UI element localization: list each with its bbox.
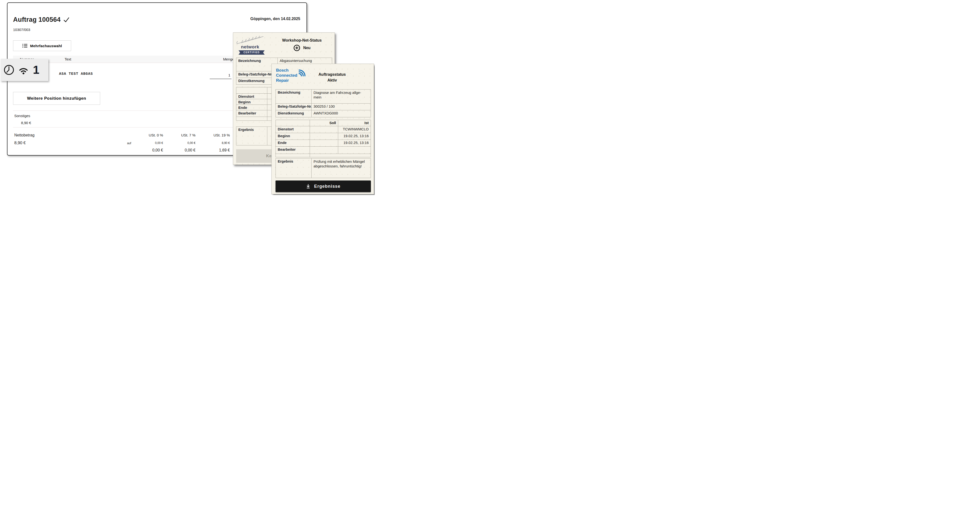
wheat-icon bbox=[236, 35, 267, 45]
row-label: Ende bbox=[276, 140, 310, 147]
ist-value bbox=[338, 147, 371, 154]
screen: Göppingen, den 14.02.2025 Auftrag 100564… bbox=[0, 0, 375, 195]
vat-tax-19: 1,69 € bbox=[201, 148, 230, 152]
row-label: Beginn bbox=[276, 133, 310, 140]
row-value: Diagnose am Fahrzeug allge- mein bbox=[311, 89, 371, 103]
table-row: Dienstort TCWINWMCLO bbox=[276, 126, 371, 133]
spacer-row bbox=[276, 154, 371, 157]
table-header-row: Soll Ist bbox=[276, 120, 371, 126]
bosch-connected-repair-logo: Bosch Connected Repair bbox=[276, 68, 312, 87]
row-label: Bearbeiter bbox=[276, 147, 310, 154]
network-logo-text: network bbox=[241, 44, 259, 49]
order-title: Auftrag 100564 bbox=[13, 16, 60, 24]
multiselect-button[interactable]: Mehrfachauswahl bbox=[13, 40, 71, 51]
new-entry-action[interactable]: Neu bbox=[270, 44, 333, 51]
divider bbox=[13, 127, 234, 128]
certified-badge: CERTIFIED bbox=[239, 50, 265, 55]
sonstiges-value: 8,90 € bbox=[21, 121, 31, 125]
row-label: Dienstort bbox=[276, 126, 310, 133]
order-status-title: Auftragsstatus bbox=[303, 72, 361, 77]
table-row: Beleg-/Satzfolge-Nr. 300253 / 100 bbox=[276, 104, 371, 110]
row-label bbox=[236, 87, 267, 93]
list-icon bbox=[22, 43, 27, 48]
vat-base-0: 0,00 € bbox=[134, 141, 163, 145]
vat-base-7: 0,00 € bbox=[166, 141, 196, 145]
table-row: Beginn 19.02.25, 13:16 bbox=[276, 133, 371, 140]
row-label: Ergebnis bbox=[276, 158, 311, 178]
pending-count: 1 bbox=[33, 64, 40, 76]
ist-value: 19.02.25, 13:16 bbox=[338, 133, 371, 140]
table-row: Bearbeiter bbox=[276, 147, 371, 154]
menge-input[interactable]: 1 bbox=[210, 72, 232, 79]
soll-value bbox=[310, 133, 338, 140]
soll-value bbox=[310, 126, 338, 133]
wifi-icon bbox=[18, 65, 29, 75]
status-widget: 1 bbox=[1, 59, 48, 81]
row-label: Dienstort bbox=[236, 94, 267, 99]
row-label bbox=[276, 120, 310, 126]
vat-tax-7: 0,00 € bbox=[166, 148, 196, 152]
row-value bbox=[310, 154, 371, 157]
row-label: Beginn bbox=[236, 99, 267, 105]
row-label bbox=[276, 154, 310, 157]
ist-header: Ist bbox=[338, 120, 371, 126]
soll-value bbox=[310, 147, 338, 154]
table-row: Dienstkennung AWNTXDG000 bbox=[276, 110, 371, 117]
table-row: Ergebnis Prüfung mit erheblichen Mängel … bbox=[276, 158, 371, 178]
row-value: Prüfung mit erheblichen Mängel abgeschlo… bbox=[311, 158, 371, 178]
results-button-label: Ergebnisse bbox=[314, 184, 340, 189]
order-info-table: Bezeichnung Diagnose am Fahrzeug allge- … bbox=[275, 89, 371, 117]
ist-value: TCWINWMCLO bbox=[338, 126, 371, 133]
row-label: Dienstkennung bbox=[276, 110, 311, 117]
workshop-panel-title: Workshop-Net-Status bbox=[270, 38, 333, 43]
netto-value: 8,90 € bbox=[14, 140, 25, 145]
table-row: Ende 19.02.25, 13:16 bbox=[276, 140, 371, 147]
row-label: Ergebnis bbox=[236, 127, 267, 145]
results-button[interactable]: Ergebnisse bbox=[275, 180, 371, 192]
row-label: Bezeichnung bbox=[276, 89, 311, 103]
row-value: AWNTXDG000 bbox=[311, 110, 371, 117]
soll-ist-table: Soll Ist Dienstort TCWINWMCLO Beginn 19.… bbox=[275, 120, 371, 157]
row-label bbox=[236, 117, 267, 121]
sonstiges-label: Sonstiges bbox=[14, 114, 30, 118]
auftragsstatus-panel: Bosch Connected Repair Auftragsstatus Ak… bbox=[271, 64, 374, 194]
netto-label: Nettobetrag bbox=[14, 133, 35, 137]
vat-header-19: USt. 19 % bbox=[201, 133, 230, 137]
soll-header: Soll bbox=[310, 120, 338, 126]
multiselect-button-label: Mehrfachauswahl bbox=[30, 44, 62, 48]
order-ergebnis-table: Ergebnis Prüfung mit erheblichen Mängel … bbox=[275, 158, 371, 178]
add-position-button[interactable]: Weitere Position hinzufügen bbox=[13, 92, 100, 105]
add-position-button-label: Weitere Position hinzufügen bbox=[27, 96, 86, 101]
vat-base-19: 8,90 € bbox=[201, 141, 230, 145]
auf-label: auf bbox=[119, 142, 131, 145]
vat-header-7: USt. 7 % bbox=[166, 133, 196, 137]
page-title: Auftrag 100564 bbox=[13, 16, 70, 24]
vat-header-0: USt. 0 % bbox=[134, 133, 163, 137]
row-label: Ende bbox=[236, 105, 267, 110]
position-row-text: ASA TEST ABGAS bbox=[59, 72, 93, 76]
row-value: 300253 / 100 bbox=[311, 104, 371, 110]
clock-icon bbox=[3, 64, 14, 75]
network-certified-logo: network CERTIFIED bbox=[236, 35, 267, 56]
table-row: Bezeichnung Diagnose am Fahrzeug allge- … bbox=[276, 89, 371, 104]
vat-tax-0: 0,00 € bbox=[134, 148, 163, 152]
plus-circle-icon bbox=[293, 44, 301, 51]
row-label: Bearbeiter bbox=[236, 110, 267, 116]
download-icon bbox=[306, 183, 310, 189]
column-text: Text bbox=[65, 57, 72, 61]
status-badge: Aktiv bbox=[303, 78, 361, 83]
soll-value bbox=[310, 140, 338, 147]
check-icon bbox=[63, 16, 70, 23]
ist-value: 19.02.25, 13:16 bbox=[338, 140, 371, 147]
order-number: 10307/003 bbox=[13, 27, 30, 32]
new-entry-label: Neu bbox=[303, 46, 310, 50]
date-line: Göppingen, den 14.02.2025 bbox=[250, 17, 300, 21]
column-menge: Menge bbox=[210, 57, 234, 61]
row-label: Beleg-/Satzfolge-Nr. bbox=[276, 104, 311, 110]
